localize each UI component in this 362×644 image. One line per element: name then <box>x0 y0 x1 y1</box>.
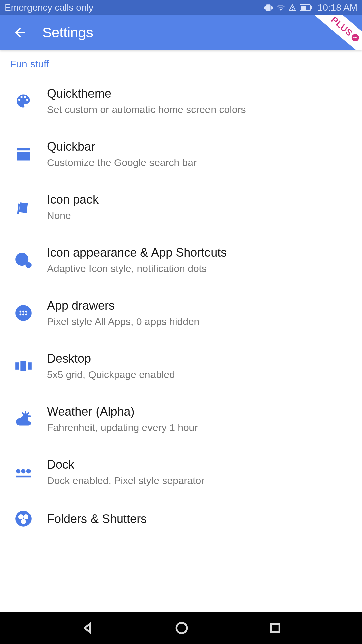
svg-point-15 <box>25 314 27 316</box>
svg-point-20 <box>16 469 20 473</box>
svg-point-24 <box>15 511 32 527</box>
status-right: 10:18 AM <box>264 2 357 13</box>
plus-ribbon[interactable]: PLUS ✓ <box>315 15 362 50</box>
svg-rect-17 <box>20 361 26 371</box>
setting-dock[interactable]: Dock Dock enabled, Pixel style separator <box>0 445 362 498</box>
back-button[interactable] <box>10 22 30 43</box>
status-bar: Emergency calls only 10:18 AM <box>0 0 362 15</box>
setting-weather[interactable]: Weather (Alpha) Fahrenheit, updating eve… <box>0 392 362 445</box>
appdrawer-icon <box>10 304 37 322</box>
quickbar-icon <box>10 145 37 163</box>
setting-appdrawers[interactable]: App drawers Pixel style All Apps, 0 apps… <box>0 286 362 339</box>
svg-rect-18 <box>28 362 32 370</box>
appearance-icon <box>10 251 37 269</box>
svg-point-22 <box>26 469 31 473</box>
svg-rect-29 <box>271 624 279 632</box>
setting-subtitle: Fahrenheit, updating every 1 hour <box>47 421 352 434</box>
wifi-icon <box>276 3 285 12</box>
setting-subtitle: Customize the Google search bar <box>47 156 352 169</box>
setting-subtitle: Pixel style All Apps, 0 apps hidden <box>47 315 352 328</box>
folders-icon <box>10 510 37 527</box>
svg-point-28 <box>176 623 187 633</box>
svg-point-27 <box>21 519 26 524</box>
setting-title: Icon pack <box>47 192 352 207</box>
plus-ribbon-label: PLUS <box>329 15 355 38</box>
iconpack-icon <box>10 198 37 216</box>
svg-rect-6 <box>17 152 30 161</box>
svg-point-1 <box>292 9 292 10</box>
svg-point-10 <box>20 311 22 313</box>
svg-point-13 <box>20 314 22 316</box>
dock-icon <box>10 463 37 481</box>
setting-title: Quickbar <box>47 139 352 154</box>
setting-iconpack[interactable]: Icon pack None <box>0 180 362 233</box>
svg-point-25 <box>18 514 23 519</box>
battery-icon <box>300 4 312 11</box>
clock-text: 10:18 AM <box>318 2 357 13</box>
settings-list[interactable]: Fun stuff Quicktheme Set custom or autom… <box>0 50 362 612</box>
setting-title: Dock <box>47 457 352 472</box>
palette-icon <box>10 92 37 110</box>
svg-rect-16 <box>15 362 19 370</box>
svg-point-12 <box>25 311 27 313</box>
setting-subtitle: Set custom or automatic home screen colo… <box>47 103 352 116</box>
weather-icon <box>10 410 37 428</box>
setting-title: Weather (Alpha) <box>47 404 352 419</box>
setting-title: Folders & Shutters <box>47 511 352 526</box>
section-header: Fun stuff <box>0 50 362 74</box>
setting-title: App drawers <box>47 298 352 313</box>
navigation-bar <box>0 612 362 644</box>
svg-point-14 <box>22 314 24 316</box>
nav-recents-button[interactable] <box>269 622 281 634</box>
setting-subtitle: 5x5 grid, Quickpage enabled <box>47 368 352 381</box>
svg-point-8 <box>26 262 32 268</box>
setting-quicktheme[interactable]: Quicktheme Set custom or automatic home … <box>0 74 362 127</box>
nav-home-button[interactable] <box>175 621 189 635</box>
setting-desktop[interactable]: Desktop 5x5 grid, Quickpage enabled <box>0 339 362 392</box>
setting-iconappearance[interactable]: Icon appearance & App Shortcuts Adaptive… <box>0 233 362 286</box>
setting-title: Desktop <box>47 351 352 366</box>
desktop-icon <box>10 357 37 375</box>
page-title: Settings <box>42 24 93 41</box>
setting-quickbar[interactable]: Quickbar Customize the Google search bar <box>0 127 362 180</box>
svg-rect-5 <box>17 148 30 151</box>
setting-title: Quicktheme <box>47 86 352 101</box>
setting-folders[interactable]: Folders & Shutters <box>0 498 362 527</box>
setting-title: Icon appearance & App Shortcuts <box>47 245 352 260</box>
svg-point-21 <box>21 469 26 473</box>
vibrate-icon <box>264 3 273 12</box>
svg-point-9 <box>15 305 32 321</box>
alert-icon <box>288 4 296 12</box>
svg-rect-23 <box>16 476 31 477</box>
carrier-text: Emergency calls only <box>5 2 94 13</box>
svg-rect-3 <box>301 6 306 10</box>
svg-point-26 <box>23 514 28 519</box>
svg-point-11 <box>22 311 24 313</box>
setting-subtitle: Dock enabled, Pixel style separator <box>47 474 352 487</box>
nav-back-button[interactable] <box>81 621 94 635</box>
setting-subtitle: None <box>47 209 352 222</box>
setting-subtitle: Adaptive Icon style, notification dots <box>47 262 352 275</box>
svg-rect-4 <box>311 6 312 9</box>
app-bar: Settings PLUS ✓ <box>0 15 362 50</box>
